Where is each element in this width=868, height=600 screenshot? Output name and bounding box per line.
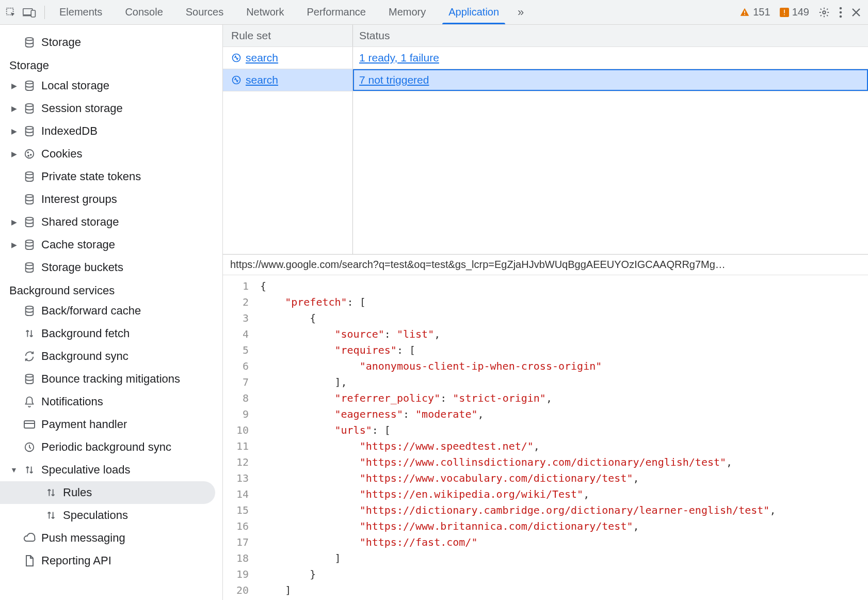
svg-point-19 xyxy=(28,155,29,156)
db-icon xyxy=(23,37,36,48)
updown-icon xyxy=(23,464,36,476)
expand-arrow-icon[interactable]: ▶ xyxy=(10,218,18,226)
column-header-ruleset[interactable]: Rule set xyxy=(223,25,353,46)
sidebar-item-indexeddb[interactable]: ▶IndexedDB xyxy=(0,120,222,143)
sidebar-item-cache-storage[interactable]: ▶Cache storage xyxy=(0,233,222,256)
tab-console[interactable]: Console xyxy=(114,0,174,24)
panel-tabs: ElementsConsoleSourcesNetworkPerformance… xyxy=(48,0,510,24)
expand-arrow-icon[interactable]: ▶ xyxy=(10,241,18,249)
tree-label: Interest groups xyxy=(41,193,117,206)
sync-icon xyxy=(23,351,36,362)
warnings-triangle-count: 151 xyxy=(753,6,770,18)
db-icon xyxy=(23,103,36,114)
ruleset-link[interactable]: search xyxy=(246,52,278,64)
sidebar-item-storage[interactable]: ▶Storage xyxy=(0,31,222,54)
sidebar-item-private-state-tokens[interactable]: ▶Private state tokens xyxy=(0,165,222,188)
ruleset-row[interactable]: search7 not triggered xyxy=(223,69,868,91)
tab-network[interactable]: Network xyxy=(235,0,295,24)
tree-label: Bounce tracking mitigations xyxy=(41,372,180,386)
sidebar-item-periodic-background-sync[interactable]: ▶Periodic background sync xyxy=(0,436,222,459)
warnings-square-count: 149 xyxy=(792,6,809,18)
svg-point-16 xyxy=(25,150,34,159)
tree-label: Back/forward cache xyxy=(41,304,141,318)
svg-point-18 xyxy=(30,154,31,155)
ruleset-link[interactable]: search xyxy=(246,74,278,86)
svg-rect-2 xyxy=(31,10,35,17)
ruleset-json-source[interactable]: 123456789101112131415161718192021 { "pre… xyxy=(223,275,868,600)
sidebar-item-session-storage[interactable]: ▶Session storage xyxy=(0,97,222,120)
svg-point-11 xyxy=(840,15,842,18)
status-link[interactable]: 1 ready, 1 failure xyxy=(359,52,439,64)
sidebar-item-speculations[interactable]: ▶Speculations xyxy=(0,504,222,527)
db-icon xyxy=(23,194,36,205)
sidebar-item-background-fetch[interactable]: ▶Background fetch xyxy=(0,322,222,345)
expand-arrow-icon[interactable]: ▼ xyxy=(10,466,18,474)
sidebar-item-speculative-loads[interactable]: ▼Speculative loads xyxy=(0,459,222,481)
svg-point-12 xyxy=(26,38,34,41)
svg-point-24 xyxy=(26,263,34,265)
tree-label: Cookies xyxy=(41,147,82,161)
tree-label: Notifications xyxy=(41,395,103,408)
sidebar-item-reporting-api[interactable]: ▶Reporting API xyxy=(0,549,222,572)
gear-icon[interactable] xyxy=(818,7,830,18)
sidebar-item-cookies[interactable]: ▶Cookies xyxy=(0,143,222,165)
warnings-triangle-badge[interactable]: 151 xyxy=(740,6,770,18)
sidebar-item-bounce-tracking-mitigations[interactable]: ▶Bounce tracking mitigations xyxy=(0,368,222,390)
tree-label: Session storage xyxy=(41,102,123,115)
tree-label: Speculative loads xyxy=(41,463,130,477)
db-icon xyxy=(23,80,36,91)
tree-label: IndexedDB xyxy=(41,124,98,138)
db-icon xyxy=(23,125,36,137)
sidebar-item-shared-storage[interactable]: ▶Shared storage xyxy=(0,211,222,233)
tab-memory[interactable]: Memory xyxy=(377,0,437,24)
db-icon xyxy=(23,216,36,228)
device-toggle-icon[interactable] xyxy=(23,7,36,18)
rules-panel: Rule set Status search1 ready, 1 failure… xyxy=(223,25,868,600)
tree-label: Push messaging xyxy=(41,531,125,545)
devtools-toolbar: ElementsConsoleSourcesNetworkPerformance… xyxy=(0,0,868,25)
sidebar-item-interest-groups[interactable]: ▶Interest groups xyxy=(0,188,222,211)
tree-label: Payment handler xyxy=(41,418,127,431)
svg-rect-3 xyxy=(744,10,745,13)
inspect-icon[interactable] xyxy=(5,7,17,18)
file-icon xyxy=(23,555,36,567)
db-icon xyxy=(23,171,36,182)
tree-label: Background sync xyxy=(41,350,128,363)
warnings-square-badge[interactable]: 149 xyxy=(780,6,809,18)
db-icon xyxy=(23,239,36,250)
close-icon[interactable] xyxy=(851,8,861,17)
sidebar-item-payment-handler[interactable]: ▶Payment handler xyxy=(0,413,222,436)
sidebar-item-back-forward-cache[interactable]: ▶Back/forward cache xyxy=(0,299,222,322)
sidebar-item-storage-buckets[interactable]: ▶Storage buckets xyxy=(0,256,222,279)
svg-rect-27 xyxy=(24,421,35,428)
expand-arrow-icon[interactable]: ▶ xyxy=(10,104,18,113)
tab-application[interactable]: Application xyxy=(437,0,510,24)
sidebar-item-local-storage[interactable]: ▶Local storage xyxy=(0,74,222,97)
updown-icon xyxy=(23,328,36,339)
svg-point-9 xyxy=(840,7,842,9)
sidebar-item-push-messaging[interactable]: ▶Push messaging xyxy=(0,527,222,549)
expand-arrow-icon[interactable]: ▶ xyxy=(10,127,18,135)
ruleset-row[interactable]: search1 ready, 1 failure xyxy=(223,47,868,69)
sidebar-item-rules[interactable]: ▶Rules xyxy=(0,481,215,504)
svg-rect-4 xyxy=(744,14,745,15)
more-tabs-button[interactable]: » xyxy=(510,6,531,19)
tab-sources[interactable]: Sources xyxy=(174,0,235,24)
tab-performance[interactable]: Performance xyxy=(296,0,378,24)
column-header-status[interactable]: Status xyxy=(353,25,868,46)
status-link[interactable]: 7 not triggered xyxy=(359,74,429,86)
expand-arrow-icon[interactable]: ▶ xyxy=(10,82,18,90)
expand-arrow-icon[interactable]: ▶ xyxy=(10,150,18,158)
ruleset-icon xyxy=(231,75,242,85)
sidebar-item-background-sync[interactable]: ▶Background sync xyxy=(0,345,222,368)
svg-point-8 xyxy=(823,11,826,14)
tab-elements[interactable]: Elements xyxy=(48,0,114,24)
sidebar-item-notifications[interactable]: ▶Notifications xyxy=(0,390,222,413)
tree-label: Shared storage xyxy=(41,215,119,229)
db-icon xyxy=(23,305,36,317)
tree-label: Local storage xyxy=(41,79,109,92)
kebab-menu-icon[interactable] xyxy=(839,7,842,18)
clock-icon xyxy=(23,441,36,453)
bell-icon xyxy=(23,396,36,407)
application-sidebar: ▶StorageStorage▶Local storage▶Session st… xyxy=(0,25,223,600)
